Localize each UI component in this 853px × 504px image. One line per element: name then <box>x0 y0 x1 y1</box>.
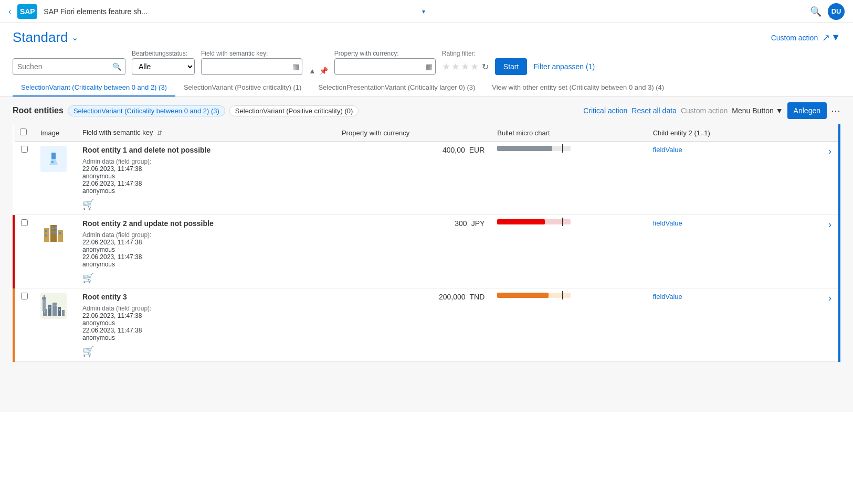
svg-rect-19 <box>49 307 50 308</box>
page-title-chevron-icon[interactable]: ⌄ <box>71 33 78 42</box>
start-button[interactable]: Start <box>495 58 528 75</box>
table-actions: Critical action Reset all data Custom ac… <box>583 102 840 119</box>
row1-checkbox[interactable] <box>21 146 28 153</box>
row2-field-value[interactable]: fieldValue <box>653 219 682 227</box>
row3-field-value[interactable]: fieldValue <box>653 293 682 301</box>
row1-entity-name: Root entity 1 and delete not possible <box>82 146 329 154</box>
row1-bullet-chart <box>497 146 571 151</box>
star-2[interactable]: ★ <box>451 61 460 72</box>
select-all-checkbox[interactable] <box>20 128 27 135</box>
bearbeitungsstatus-select[interactable]: Alle <box>132 58 195 75</box>
tab-0[interactable]: SelectionVariant (Criticality between 0 … <box>13 79 175 96</box>
row2-nav-icon[interactable]: › <box>828 219 831 230</box>
menu-button-label: Menu Button <box>732 106 773 115</box>
app-title: SAP Fiori elements feature sh... <box>44 7 416 16</box>
row3-checkbox[interactable] <box>21 293 28 299</box>
table-body: Root entity 1 and delete not possible Ad… <box>14 142 840 362</box>
page-header: Standard ⌄ Custom action ↗ ▼ <box>0 23 853 46</box>
row2-cart-icon[interactable]: 🛒 <box>82 273 94 283</box>
currency-input[interactable] <box>334 58 436 75</box>
export-chevron-icon: ▼ <box>831 32 840 43</box>
row1-nav-cell: › <box>819 142 840 215</box>
row2-child-cell: fieldValue <box>647 215 819 288</box>
row2-currency-cell: 300 JPY <box>335 215 491 288</box>
variant-badge-1[interactable]: SelectionVariant (Criticality between 0 … <box>68 105 225 116</box>
search-input-icon[interactable]: 🔍 <box>112 62 121 71</box>
row3-admin-label: Admin data (field group): <box>82 305 151 312</box>
building-icon <box>41 220 66 245</box>
tab-2[interactable]: SelectionPresentationVariant (Criticalit… <box>310 79 483 96</box>
row1-image <box>40 146 67 172</box>
export-icon: ↗ <box>822 32 830 44</box>
filter-pin-icon[interactable]: 📌 <box>319 67 328 75</box>
row3-cart-icon[interactable]: 🛒 <box>82 346 94 357</box>
table-row: Root entity 3 Admin data (field group): … <box>14 288 840 362</box>
row3-child-cell: fieldValue <box>647 288 819 362</box>
row3-currency-cell: 200,000 TND <box>335 288 491 362</box>
custom-action-button[interactable]: Custom action <box>681 106 728 115</box>
table-row: Root entity 1 and delete not possible Ad… <box>14 142 840 215</box>
rating-filter: Rating filter: ★ ★ ★ ★ ↻ <box>442 50 489 75</box>
row3-cart-cell: 🛒 <box>82 346 329 357</box>
star-4[interactable]: ★ <box>470 61 479 72</box>
row1-nav-icon[interactable]: › <box>828 146 831 156</box>
star-3[interactable]: ★ <box>461 61 469 72</box>
row2-checkbox-cell <box>14 215 34 288</box>
image-column-header: Image <box>34 124 76 142</box>
semantic-key-copy-icon[interactable]: ▦ <box>292 62 299 71</box>
anlegen-button[interactable]: Anlegen <box>787 102 827 119</box>
tab-3[interactable]: View with other entity set (Criticality … <box>483 79 672 96</box>
semantic-key-input[interactable] <box>201 58 302 75</box>
custom-action-link[interactable]: Custom action <box>771 34 818 42</box>
data-table: Image Field with semantic key ⇵ Property… <box>13 124 840 362</box>
row3-image <box>40 293 67 319</box>
row1-field-value[interactable]: fieldValue <box>653 146 682 154</box>
row3-entity-name: Root entity 3 <box>82 293 329 301</box>
row3-bullet-fill <box>497 293 549 298</box>
svg-rect-7 <box>45 234 47 237</box>
rating-history-icon[interactable]: ↻ <box>482 62 489 72</box>
table-header-columns: Image Field with semantic key ⇵ Property… <box>14 124 840 142</box>
row1-checkbox-cell <box>14 142 34 215</box>
currency-filter: Property with currency: ▦ <box>334 50 436 75</box>
row3-chart-cell <box>491 288 646 362</box>
row2-image-cell <box>34 215 76 288</box>
critical-action-button[interactable]: Critical action <box>583 106 627 115</box>
menu-button[interactable]: Menu Button ▼ <box>732 106 783 115</box>
title-chevron-icon[interactable]: ▾ <box>422 8 425 15</box>
beaker-icon <box>45 151 62 167</box>
row1-admin-date2: 22.06.2023, 11:47:38 <box>82 180 329 187</box>
row1-currency: EUR <box>469 146 485 154</box>
row1-entity-cell: Root entity 1 and delete not possible Ad… <box>76 142 335 215</box>
row3-currency-display: 200,000 TND <box>342 293 485 301</box>
row2-checkbox[interactable] <box>21 219 28 226</box>
overflow-button[interactable]: ⋯ <box>831 105 840 116</box>
row3-bullet-chart <box>497 293 571 298</box>
search-input[interactable] <box>13 58 125 75</box>
star-1[interactable]: ★ <box>442 61 450 72</box>
svg-rect-17 <box>62 310 65 316</box>
reset-all-data-button[interactable]: Reset all data <box>631 106 677 115</box>
row3-admin-date2: 22.06.2023, 11:47:38 <box>82 327 329 334</box>
variant-badge-2[interactable]: SelectionVariant (Positive criticality) … <box>229 105 359 116</box>
row3-admin-anon1: anonymous <box>82 319 329 327</box>
row3-nav-icon[interactable]: › <box>828 293 831 303</box>
row2-admin-date1: 22.06.2023, 11:47:38 <box>82 239 329 246</box>
tab-1[interactable]: SelectionVariant (Positive criticality) … <box>175 79 310 96</box>
currency-input-wrap: ▦ <box>334 58 436 75</box>
back-button[interactable]: ‹ <box>8 7 11 16</box>
search-wrap: 🔍 <box>13 58 125 75</box>
tabs-bar: SelectionVariant (Criticality between 0 … <box>0 79 853 97</box>
filter-adjust-button[interactable]: Filter anpassen (1) <box>533 58 595 75</box>
sap-logo-text: SAP <box>20 7 35 16</box>
semantic-key-label: Field with semantic key: <box>201 50 302 57</box>
filter-arrow-up-icon[interactable]: ▲ <box>309 67 316 75</box>
currency-copy-icon[interactable]: ▦ <box>426 62 433 71</box>
user-avatar[interactable]: DU <box>828 3 845 20</box>
global-search-icon[interactable]: 🔍 <box>810 6 822 17</box>
export-button[interactable]: ↗ ▼ <box>822 32 840 44</box>
row1-cart-icon[interactable]: 🛒 <box>82 199 94 210</box>
row3-nav-cell: › <box>819 288 840 362</box>
svg-rect-22 <box>59 309 60 310</box>
sort-icon[interactable]: ⇵ <box>157 130 162 137</box>
